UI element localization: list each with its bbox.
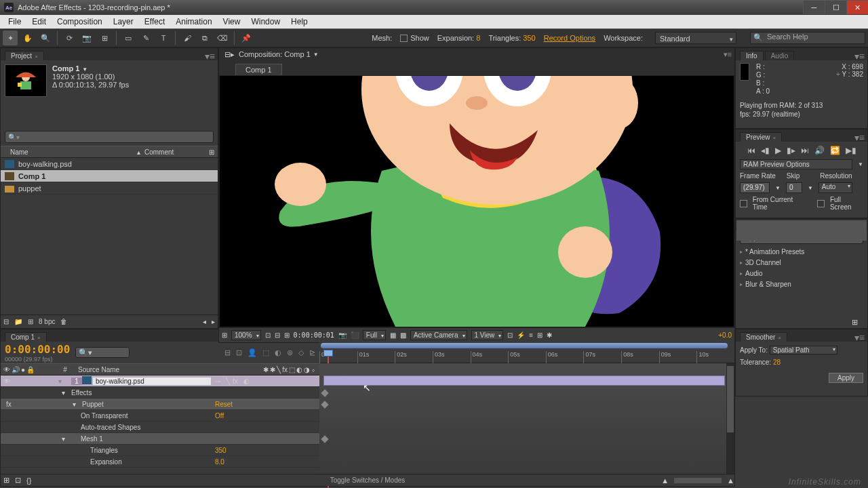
prev-frame-icon[interactable]: ◂▮ [761, 146, 770, 155]
audio-column-icon[interactable]: 🔊 [12, 366, 20, 373]
shy-toggle[interactable]: ⊸ [215, 378, 220, 385]
snapshot-icon[interactable]: 📷 [338, 331, 347, 339]
preset-folder[interactable]: ▸3D Channel [736, 257, 867, 268]
ram-preview-icon[interactable]: ▶▮ [846, 146, 856, 155]
time-navigator[interactable] [321, 343, 728, 348]
magnify-icon[interactable]: ⊞ [222, 331, 227, 339]
video-column-icon[interactable]: 👁 [3, 366, 10, 373]
pan-behind-tool-icon[interactable]: ⊞ [97, 30, 112, 45]
scroll-left-icon[interactable]: ◂ [203, 318, 206, 325]
minimize-button[interactable]: ─ [803, 1, 825, 14]
interpret-footage-icon[interactable]: ⊟ [3, 318, 9, 325]
close-icon[interactable]: × [778, 335, 781, 341]
current-time[interactable]: 0:00:00:01 [294, 331, 334, 339]
audio-panel-tab[interactable]: Audio [765, 51, 795, 60]
menu-effect[interactable]: Effect [139, 16, 170, 28]
project-item[interactable]: Comp 1 [1, 170, 218, 182]
info-panel-tab[interactable]: Info [740, 51, 764, 60]
new-folder-icon[interactable]: 📁 [14, 318, 22, 325]
reset-exposure-icon[interactable]: ✱ [547, 331, 552, 339]
from-current-checkbox[interactable] [740, 200, 747, 207]
timeline-layer-row[interactable]: 👁 ▾ 1 boy-walking.psd ⊸ ╲ fx ◐ [1, 375, 319, 387]
visibility-toggle[interactable]: 👁 [3, 378, 12, 385]
full-screen-checkbox[interactable] [817, 200, 825, 207]
menu-animation[interactable]: Animation [170, 16, 217, 28]
first-frame-icon[interactable]: ⏮ [747, 146, 755, 155]
channel-icon[interactable]: ⬛ [351, 331, 359, 339]
composition-viewer[interactable] [219, 75, 734, 327]
toggle-switches-icon[interactable]: ⊞ [3, 476, 9, 485]
project-item[interactable]: puppet [1, 182, 218, 195]
menu-edit[interactable]: Edit [26, 16, 52, 28]
twirl-icon[interactable]: ▾ [55, 378, 64, 385]
apply-button[interactable]: Apply [829, 373, 863, 383]
motion-blur-icon[interactable]: ◐ [275, 348, 281, 357]
menu-composition[interactable]: Composition [52, 16, 108, 28]
menu-layer[interactable]: Layer [108, 16, 139, 28]
project-search-input[interactable]: 🔍▾ [5, 131, 214, 143]
rect-tool-icon[interactable]: ▭ [121, 30, 136, 45]
comp-viewer-tab[interactable]: Comp 1 [235, 64, 282, 75]
loop-icon[interactable]: 🔁 [830, 146, 840, 155]
close-icon[interactable]: × [35, 54, 38, 60]
maximize-button[interactable]: ☐ [825, 1, 846, 14]
view-layout-select[interactable]: 1 View [471, 330, 504, 340]
new-bin-icon[interactable]: ⊞ [852, 318, 858, 327]
property-row[interactable]: Auto-traced Shapes [1, 422, 319, 433]
quality-toggle[interactable]: ╲ [226, 378, 230, 385]
preset-folder[interactable]: ▸* Animation Presets [736, 246, 867, 257]
text-tool-icon[interactable]: T [156, 30, 171, 45]
effects-twirl[interactable]: ▾Effects [1, 387, 319, 399]
puppet-tool-icon[interactable]: 📌 [239, 30, 254, 45]
layer-name[interactable]: boy-walking.psd [93, 378, 211, 385]
toggle-in-out-icon[interactable]: {} [26, 476, 31, 485]
camera-select[interactable]: Active Camera [410, 330, 467, 340]
lock-column-icon[interactable]: 🔒 [26, 366, 35, 373]
panel-menu-icon[interactable]: ▾≡ [854, 52, 867, 60]
comp-name-label[interactable]: Comp 1▼ [52, 64, 129, 73]
brainstorm-icon[interactable]: ⊛ [287, 348, 293, 357]
last-frame-icon[interactable]: ⏭ [801, 146, 809, 155]
preview-panel-tab[interactable]: Preview× [740, 132, 782, 142]
close-button[interactable]: ✕ [846, 1, 868, 14]
next-frame-icon[interactable]: ▮▸ [787, 146, 795, 155]
menu-file[interactable]: File [3, 16, 26, 28]
grid-icon[interactable]: ⊞ [284, 331, 290, 339]
timeline-tab[interactable]: Comp 1× [5, 332, 47, 342]
framerate-input[interactable]: (29.97) [740, 182, 770, 193]
toggle-modes-icon[interactable]: ⊡ [15, 476, 21, 485]
expansion-value[interactable]: 8 [476, 34, 480, 42]
chevron-down-icon[interactable]: ▼ [313, 52, 319, 58]
label-color[interactable] [64, 377, 71, 385]
menu-help[interactable]: Help [285, 16, 313, 28]
layer-duration-bar[interactable] [323, 375, 725, 386]
audio-icon[interactable]: 🔊 [814, 146, 825, 155]
property-row[interactable]: On TransparentOff [1, 410, 319, 422]
menu-window[interactable]: Window [245, 16, 285, 28]
property-row[interactable]: ▾Mesh 1 [1, 433, 319, 445]
preset-folder[interactable]: ▸Audio [736, 268, 867, 279]
current-timecode[interactable]: 0:00:00:00 [5, 343, 70, 356]
composition-header[interactable]: Composition: Comp 1 [239, 50, 311, 58]
transparency-grid-icon[interactable]: ▦ [390, 331, 396, 339]
comp-mini-flowchart-icon[interactable]: ⊟ [224, 348, 231, 357]
pixel-aspect-icon[interactable]: ⊡ [507, 331, 513, 339]
property-row[interactable]: Expansion8.0 [1, 456, 319, 468]
vertical-scrollbar[interactable] [726, 363, 734, 474]
close-icon[interactable]: × [773, 135, 776, 141]
flow-chart-icon[interactable]: ⊟▸ [224, 50, 235, 59]
exposure-value[interactable]: +0.0 [718, 331, 732, 339]
zoom-tool-icon[interactable]: 🔍 [38, 30, 53, 45]
mask-icon[interactable]: ▩ [400, 331, 406, 339]
new-comp-icon[interactable]: ⊞ [28, 318, 33, 325]
project-panel-tab[interactable]: Project× [5, 51, 44, 60]
panel-menu-icon[interactable]: ▾≡ [854, 333, 867, 342]
clone-tool-icon[interactable]: ⧉ [197, 30, 212, 45]
timeline-search-input[interactable]: 🔍▾ [75, 347, 130, 358]
tolerance-value[interactable]: 28 [773, 359, 781, 366]
record-options-link[interactable]: Record Options [544, 34, 595, 42]
frame-blend-icon[interactable]: ⬚ [262, 348, 269, 357]
hand-tool-icon[interactable]: ✋ [20, 30, 35, 45]
preset-folder[interactable]: ▸Blur & Sharpen [736, 279, 867, 289]
zoom-in-icon[interactable]: ▲ [727, 476, 734, 485]
